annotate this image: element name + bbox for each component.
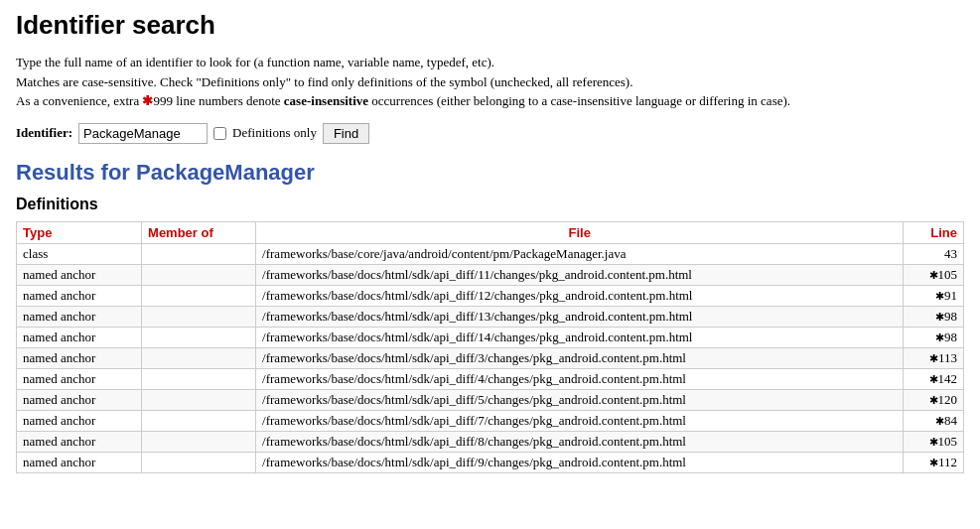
cell-file: /frameworks/base/docs/html/sdk/api_diff/… [256, 327, 904, 347]
file-link[interactable]: /frameworks/base/docs/html/sdk/api_diff/… [262, 267, 692, 282]
star-marker: ✱ [929, 394, 938, 406]
description-line3: As a convenience, extra ✱999 line number… [16, 91, 964, 111]
line-number: 91 [944, 288, 957, 303]
file-link[interactable]: /frameworks/base/docs/html/sdk/api_diff/… [262, 309, 692, 324]
table-row: named anchor/frameworks/base/docs/html/s… [17, 431, 964, 452]
cell-line: ✱98 [904, 327, 964, 347]
file-link[interactable]: /frameworks/base/docs/html/sdk/api_diff/… [262, 413, 686, 428]
cell-file: /frameworks/base/docs/html/sdk/api_diff/… [256, 285, 904, 306]
description: Type the full name of an identifier to l… [16, 53, 964, 111]
cell-file: /frameworks/base/docs/html/sdk/api_diff/… [256, 431, 904, 452]
cell-type: named anchor [17, 285, 142, 306]
identifier-label: Identifier: [16, 125, 72, 141]
cell-member-of [142, 368, 256, 389]
description-line2: Matches are case-sensitive. Check "Defin… [16, 72, 964, 92]
table-header-row: Type Member of File Line [17, 221, 964, 243]
cell-member-of [142, 243, 256, 264]
star-marker: ✱ [929, 373, 938, 385]
results-heading: Results for PackageManager [16, 160, 964, 186]
cell-member-of [142, 410, 256, 431]
cell-line: ✱98 [904, 306, 964, 327]
cell-line: 43 [904, 243, 964, 264]
star-marker: ✱ [929, 436, 938, 448]
table-row: named anchor/frameworks/base/docs/html/s… [17, 285, 964, 306]
identifier-input[interactable] [78, 123, 208, 144]
cell-member-of [142, 264, 256, 285]
line-number: 113 [938, 350, 957, 365]
cell-line: ✱120 [904, 389, 964, 410]
file-link[interactable]: /frameworks/base/docs/html/sdk/api_diff/… [262, 330, 692, 344]
star-icon: ✱ [142, 93, 153, 108]
table-row: named anchor/frameworks/base/docs/html/s… [17, 389, 964, 410]
star-marker: ✱ [929, 352, 938, 364]
cell-member-of [142, 431, 256, 452]
cell-type: named anchor [17, 368, 142, 389]
cell-member-of [142, 285, 256, 306]
cell-member-of [142, 452, 256, 472]
definitions-only-label: Definitions only [232, 125, 317, 141]
table-row: named anchor/frameworks/base/docs/html/s… [17, 306, 964, 327]
description-line1: Type the full name of an identifier to l… [16, 53, 964, 72]
col-line: Line [904, 221, 964, 243]
file-link[interactable]: /frameworks/base/docs/html/sdk/api_diff/… [262, 392, 686, 407]
description-line3-pre: As a convenience, extra [16, 93, 142, 108]
table-row: named anchor/frameworks/base/docs/html/s… [17, 264, 964, 285]
line-number: 120 [938, 392, 958, 407]
table-row: class/frameworks/base/core/java/android/… [17, 243, 964, 264]
results-heading-pre: Results for [16, 160, 136, 185]
file-link[interactable]: /frameworks/base/docs/html/sdk/api_diff/… [262, 288, 692, 303]
cell-member-of [142, 347, 256, 368]
line-number: 98 [944, 330, 957, 344]
find-button[interactable]: Find [323, 123, 369, 144]
cell-file: /frameworks/base/docs/html/sdk/api_diff/… [256, 347, 904, 368]
file-link[interactable]: /frameworks/base/core/java/android/conte… [262, 246, 626, 261]
table-row: named anchor/frameworks/base/docs/html/s… [17, 368, 964, 389]
file-link[interactable]: /frameworks/base/docs/html/sdk/api_diff/… [262, 455, 686, 469]
cell-line: ✱105 [904, 431, 964, 452]
table-row: named anchor/frameworks/base/docs/html/s… [17, 327, 964, 347]
cell-file: /frameworks/base/docs/html/sdk/api_diff/… [256, 410, 904, 431]
star-marker: ✱ [935, 415, 944, 427]
cell-member-of [142, 306, 256, 327]
line-number: 84 [944, 413, 957, 428]
cell-file: /frameworks/base/docs/html/sdk/api_diff/… [256, 306, 904, 327]
cell-file: /frameworks/base/docs/html/sdk/api_diff/… [256, 389, 904, 410]
cell-line: ✱91 [904, 285, 964, 306]
col-member-of: Member of [142, 221, 256, 243]
description-line3-mid: line numbers denote [173, 93, 284, 108]
description-line3-post: occurrences (either belonging to a case-… [368, 93, 790, 108]
cell-file: /frameworks/base/docs/html/sdk/api_diff/… [256, 368, 904, 389]
line-number: 105 [938, 434, 958, 449]
description-line3-num: 999 [153, 93, 173, 108]
line-number: 142 [938, 371, 958, 386]
section-heading: Definitions [16, 196, 964, 213]
col-file: File [256, 221, 904, 243]
file-link[interactable]: /frameworks/base/docs/html/sdk/api_diff/… [262, 371, 686, 386]
cell-type: named anchor [17, 452, 142, 472]
results-table: Type Member of File Line class/framework… [16, 221, 964, 473]
table-row: named anchor/frameworks/base/docs/html/s… [17, 410, 964, 431]
line-number: 105 [938, 267, 958, 282]
cell-type: named anchor [17, 389, 142, 410]
star-marker: ✱ [929, 457, 938, 468]
cell-member-of [142, 327, 256, 347]
cell-line: ✱105 [904, 264, 964, 285]
cell-line: ✱142 [904, 368, 964, 389]
line-number: 98 [944, 309, 957, 324]
definitions-only-checkbox[interactable] [213, 127, 226, 140]
file-link[interactable]: /frameworks/base/docs/html/sdk/api_diff/… [262, 434, 686, 449]
cell-type: named anchor [17, 264, 142, 285]
table-row: named anchor/frameworks/base/docs/html/s… [17, 452, 964, 472]
file-link[interactable]: /frameworks/base/docs/html/sdk/api_diff/… [262, 350, 686, 365]
cell-type: named anchor [17, 327, 142, 347]
cell-file: /frameworks/base/core/java/android/conte… [256, 243, 904, 264]
page-title: Identifier search [16, 10, 964, 41]
cell-line: ✱113 [904, 347, 964, 368]
cell-file: /frameworks/base/docs/html/sdk/api_diff/… [256, 452, 904, 472]
table-row: named anchor/frameworks/base/docs/html/s… [17, 347, 964, 368]
star-marker: ✱ [935, 290, 944, 302]
cell-line: ✱84 [904, 410, 964, 431]
cell-type: named anchor [17, 431, 142, 452]
line-number: 112 [938, 455, 957, 469]
cell-type: named anchor [17, 410, 142, 431]
